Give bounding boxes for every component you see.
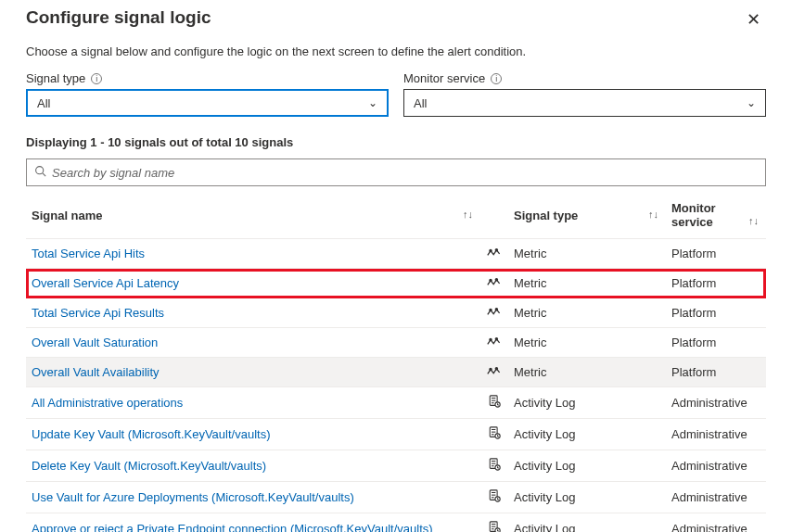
search-input[interactable] — [52, 166, 758, 180]
signal-type-cell: Activity Log — [508, 482, 666, 513]
monitor-service-cell: Administrative — [666, 513, 766, 533]
signal-type-cell: Activity Log — [508, 450, 666, 482]
signal-type-icon-cell — [480, 387, 508, 419]
signal-name-link[interactable]: Overall Vault Availability — [32, 365, 160, 379]
signal-type-icon-cell — [480, 239, 508, 269]
signal-type-icon-cell — [480, 419, 508, 450]
monitor-service-cell: Platform — [666, 239, 766, 269]
monitor-service-cell: Administrative — [666, 419, 766, 450]
search-icon — [34, 165, 46, 180]
signal-type-cell: Metric — [508, 358, 666, 387]
signal-name-link[interactable]: Use Vault for Azure Deployments (Microso… — [32, 490, 354, 504]
column-header-service[interactable]: Monitor service ↑↓ — [666, 192, 766, 239]
monitor-service-cell: Platform — [666, 298, 766, 328]
signal-type-icon-cell — [480, 269, 508, 298]
monitor-service-select[interactable]: All ⌄ — [403, 89, 766, 117]
metric-icon — [487, 336, 502, 349]
column-header-type[interactable]: Signal type ↑↓ — [508, 192, 666, 239]
signal-type-icon-cell — [480, 358, 508, 387]
signal-type-cell: Activity Log — [508, 513, 666, 533]
signal-type-icon-cell — [480, 482, 508, 513]
svg-point-10 — [490, 368, 492, 370]
svg-point-0 — [36, 167, 44, 174]
signal-name-link[interactable]: Delete Key Vault (Microsoft.KeyVault/vau… — [32, 459, 266, 473]
svg-point-9 — [495, 338, 497, 340]
info-icon[interactable]: i — [91, 73, 102, 84]
signal-type-cell: Metric — [508, 298, 666, 328]
table-row[interactable]: Total Service Api HitsMetricPlatform — [26, 239, 766, 269]
signal-type-icon-cell — [480, 513, 508, 533]
svg-line-1 — [43, 173, 45, 176]
monitor-service-cell: Platform — [666, 269, 766, 298]
monitor-service-label: Monitor service i — [403, 71, 766, 85]
svg-point-4 — [490, 279, 492, 281]
svg-point-6 — [490, 309, 492, 310]
table-row[interactable]: Overall Vault AvailabilityMetricPlatform — [26, 358, 766, 387]
svg-point-11 — [495, 368, 497, 370]
monitor-service-label-text: Monitor service — [403, 71, 485, 85]
column-header-type-text: Signal type — [514, 209, 578, 222]
metric-icon — [487, 306, 502, 320]
table-row[interactable]: Delete Key Vault (Microsoft.KeyVault/vau… — [26, 450, 766, 482]
close-button[interactable]: ✕ — [741, 7, 766, 32]
signals-table: Signal name ↑↓ Signal type ↑↓ Monitor se… — [26, 192, 766, 532]
activity-log-icon — [489, 489, 501, 502]
signal-name-link[interactable]: Overall Vault Saturation — [32, 336, 158, 349]
table-row[interactable]: Approve or reject a Private Endpoint con… — [26, 513, 766, 533]
signal-type-cell: Activity Log — [508, 387, 666, 419]
signal-type-cell: Metric — [508, 269, 666, 298]
monitor-service-cell: Administrative — [666, 387, 766, 419]
metric-icon — [487, 276, 502, 290]
signal-name-link[interactable]: Approve or reject a Private Endpoint con… — [32, 522, 433, 532]
chevron-down-icon: ⌄ — [368, 96, 377, 109]
page-title: Configure signal logic — [26, 7, 211, 28]
page-subtitle: Choose a signal below and configure the … — [26, 44, 766, 58]
signal-name-link[interactable]: Update Key Vault (Microsoft.KeyVault/vau… — [32, 427, 270, 441]
signal-type-cell: Metric — [508, 239, 666, 269]
svg-point-5 — [495, 279, 497, 281]
sort-icon: ↑↓ — [463, 209, 473, 220]
table-row[interactable]: Total Service Api ResultsMetricPlatform — [26, 298, 766, 328]
info-icon[interactable]: i — [491, 73, 502, 84]
signal-type-cell: Metric — [508, 328, 666, 358]
chevron-down-icon: ⌄ — [747, 96, 756, 109]
table-row[interactable]: Use Vault for Azure Deployments (Microso… — [26, 482, 766, 513]
signal-type-icon-cell — [480, 298, 508, 328]
svg-point-7 — [495, 309, 497, 310]
activity-log-icon — [489, 426, 501, 439]
displaying-text: Displaying 1 - 10 signals out of total 1… — [26, 135, 766, 149]
column-header-service-text: Monitor service — [671, 201, 716, 229]
activity-log-icon — [489, 458, 501, 471]
monitor-service-cell: Platform — [666, 358, 766, 387]
close-icon: ✕ — [747, 10, 760, 29]
signal-type-cell: Activity Log — [508, 419, 666, 450]
svg-point-8 — [490, 338, 492, 340]
column-header-name-text: Signal name — [32, 209, 103, 222]
activity-log-icon — [489, 521, 501, 532]
sort-icon: ↑↓ — [648, 209, 658, 220]
signal-type-icon-cell — [480, 328, 508, 358]
activity-log-icon — [489, 395, 501, 408]
signal-name-link[interactable]: Total Service Api Results — [32, 306, 164, 320]
signal-type-select[interactable]: All ⌄ — [26, 89, 389, 117]
signal-type-label-text: Signal type — [26, 71, 85, 85]
column-header-name[interactable]: Signal name ↑↓ — [26, 192, 480, 239]
metric-icon — [487, 365, 502, 379]
monitor-service-cell: Administrative — [666, 482, 766, 513]
signal-name-link[interactable]: All Administrative operations — [32, 396, 183, 410]
svg-point-3 — [495, 249, 497, 251]
signal-name-link[interactable]: Overall Service Api Latency — [32, 276, 179, 290]
signal-type-icon-cell — [480, 450, 508, 482]
signal-name-link[interactable]: Total Service Api Hits — [32, 247, 145, 260]
monitor-service-value: All — [414, 96, 427, 110]
search-box[interactable] — [26, 158, 766, 186]
monitor-service-cell: Administrative — [666, 450, 766, 482]
signal-type-label: Signal type i — [26, 71, 389, 85]
table-row[interactable]: Overall Vault SaturationMetricPlatform — [26, 328, 766, 358]
metric-icon — [487, 247, 502, 260]
table-row[interactable]: Update Key Vault (Microsoft.KeyVault/vau… — [26, 419, 766, 450]
table-row[interactable]: All Administrative operationsActivity Lo… — [26, 387, 766, 419]
signal-type-value: All — [37, 96, 50, 110]
monitor-service-cell: Platform — [666, 328, 766, 358]
table-row[interactable]: Overall Service Api LatencyMetricPlatfor… — [26, 269, 766, 298]
